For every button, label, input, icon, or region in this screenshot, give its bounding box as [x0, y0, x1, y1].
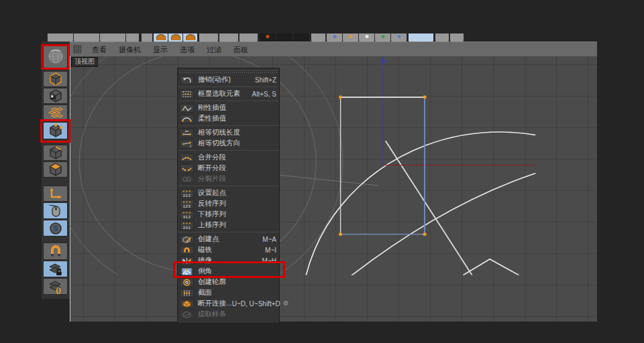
create-outline-icon — [180, 278, 194, 287]
menu-item-label: 柔性插值 — [198, 114, 279, 123]
mouse-icon — [47, 204, 64, 218]
menu-item-label: 创建轮廓 — [198, 277, 279, 287]
menubar-item-display[interactable]: 显示 — [147, 42, 174, 57]
tweak-mode-tool[interactable] — [43, 202, 68, 219]
toolbar-button-cropped[interactable] — [449, 33, 464, 42]
menu-item-shortcut: M~I — [265, 247, 276, 254]
toolbar-button-cropped[interactable] — [99, 33, 126, 42]
menu-item-equal-tangent-dir[interactable]: 1相等切线方向 — [178, 138, 279, 149]
menubar-item-cameras[interactable]: 摄像机 — [113, 42, 147, 57]
toolbar-button-cropped[interactable] — [141, 33, 153, 42]
menu-item-disconnect[interactable]: 断开连接...U~D, U~Shift+D⚙ — [178, 298, 279, 309]
menu-item-shortcut: U~D, U~Shift+D — [232, 300, 280, 307]
menu-item-label: 截面 — [198, 288, 279, 297]
lock-workplane-tool[interactable] — [43, 261, 68, 277]
toolbar-button-cropped[interactable] — [259, 33, 276, 42]
toolbar-button-cropped[interactable] — [168, 33, 183, 42]
model-mode-icon — [47, 72, 64, 86]
set-start-icon: 213 — [180, 189, 194, 198]
workplane-icon — [47, 105, 64, 120]
menubar-item-view[interactable]: 查看 — [86, 42, 113, 57]
make-editable-icon — [46, 47, 65, 66]
menu-item-label: 镜像 — [198, 256, 262, 265]
toolbar-button-cropped[interactable] — [47, 33, 74, 42]
polygon-mode-tool[interactable] — [43, 161, 68, 178]
menubar-item-options[interactable]: 选项 — [174, 42, 201, 57]
menu-item-join-segment[interactable]: 合并分段 — [178, 152, 279, 163]
menu-item-move-down-seq[interactable]: 312下移序列 — [178, 209, 279, 220]
menu-grip-icon[interactable] — [73, 45, 82, 54]
menu-item-equal-tangent-length[interactable]: 相等切线长度 — [178, 127, 279, 138]
menu-item-set-start[interactable]: 213设置起点 — [178, 188, 279, 198]
viewport-menubar: 查看 摄像机 显示 选项 过滤 面板 — [70, 42, 597, 56]
menu-item-cross-section[interactable]: 截面 — [178, 287, 279, 298]
menu-item-mirror[interactable]: 镜像M~H — [178, 255, 279, 266]
toolbar-button-cropped[interactable] — [182, 33, 198, 42]
viewport-canvas[interactable] — [70, 56, 597, 322]
menu-item-create-outline[interactable]: 创建轮廓 — [178, 277, 279, 287]
menu-item-label: 磁铁 — [198, 245, 265, 255]
points-mode-icon — [47, 123, 64, 138]
points-mode-tool[interactable] — [43, 122, 68, 139]
toolbar-button-cropped[interactable] — [435, 33, 449, 42]
toolbar-button-cropped[interactable] — [292, 33, 310, 42]
menu-item-rigid-interp[interactable]: 刚性插值 — [178, 102, 279, 113]
menu-item-frame-select[interactable]: 框显选取元素Alt+S, S — [178, 88, 279, 99]
menu-item-create-point[interactable]: 创建点M~A — [178, 234, 279, 245]
toolbar-button-cropped[interactable] — [326, 33, 343, 42]
gear-icon[interactable]: ⚙ — [283, 300, 289, 307]
make-editable-tool[interactable] — [43, 44, 68, 68]
toolbar-button-cropped[interactable] — [153, 33, 168, 42]
toolbar-button-cropped[interactable] — [374, 33, 391, 42]
menu-item-undo[interactable]: 撤销(动作)Shift+Z — [178, 74, 279, 85]
menu-item-label: 提取样条 — [198, 310, 279, 319]
context-menu: 撤销(动作)Shift+Z框显选取元素Alt+S, S刚性插值柔性插值相等切线长… — [177, 68, 280, 324]
menu-item-move-up-seq[interactable]: 231上移序列 — [178, 220, 279, 230]
axis-icon — [47, 186, 64, 201]
toolbar-button-cropped[interactable] — [73, 33, 100, 42]
workplane-paren-icon: () — [47, 279, 64, 294]
menu-item-label: 断开分段 — [198, 163, 279, 173]
frame-select-icon — [180, 90, 194, 98]
magnet-icon — [47, 244, 64, 259]
equal-tangent-dir-icon: 1 — [180, 139, 194, 148]
menu-item-reverse-seq[interactable]: 123反转序列 — [178, 198, 279, 209]
workplane-tool[interactable] — [43, 105, 68, 121]
menu-item-label: 断开连接... — [198, 299, 232, 308]
menu-item-label: 下移序列 — [198, 210, 279, 219]
split-fragment-icon — [180, 175, 194, 184]
toolbar-button-cropped[interactable] — [408, 33, 434, 42]
menu-item-magnet[interactable]: 磁铁M~I — [178, 245, 279, 255]
toolbar-button-cropped[interactable] — [358, 33, 375, 42]
menu-item-shortcut: Alt+S, S — [252, 90, 276, 98]
snap-tool[interactable]: S — [43, 220, 68, 236]
menu-item-label: 设置起点 — [198, 188, 279, 198]
menu-item-break-segment[interactable]: 断开分段 — [178, 163, 279, 174]
menu-item-shortcut: M~A — [262, 236, 276, 243]
edge-mode-tool[interactable] — [43, 145, 68, 161]
menu-item-label: 倒角 — [198, 267, 279, 276]
texture-mode-tool[interactable] — [43, 88, 68, 104]
menu-item-bevel[interactable]: 倒角 — [178, 266, 279, 277]
toolbar-button-cropped[interactable] — [125, 33, 140, 42]
toolbar-button-cropped[interactable] — [199, 33, 219, 42]
menu-item-label: 相等切线方向 — [198, 139, 279, 148]
toolbar-button-cropped[interactable] — [276, 33, 293, 42]
menu-item-extract-spline: 提取样条 — [178, 309, 279, 320]
toolbar-button-cropped[interactable] — [219, 33, 239, 42]
enable-axis-tool[interactable] — [43, 186, 68, 202]
menubar-item-filter[interactable]: 过滤 — [201, 42, 227, 57]
menu-drag-handle[interactable] — [179, 69, 278, 74]
menu-separator — [178, 232, 279, 232]
menu-item-soft-interp[interactable]: 柔性插值 — [178, 113, 279, 124]
toolbar-button-cropped[interactable] — [239, 33, 258, 42]
bevel-icon — [180, 267, 194, 276]
magnet-tool[interactable] — [43, 243, 68, 260]
model-mode-tool[interactable] — [43, 71, 68, 87]
menubar-item-panel[interactable]: 面板 — [227, 42, 254, 57]
toolbar-button-cropped[interactable] — [342, 33, 359, 42]
toolbar-button-cropped[interactable] — [311, 33, 326, 42]
toolbar-button-cropped[interactable] — [390, 33, 407, 42]
workplane-mode-tool[interactable]: () — [43, 278, 68, 295]
menu-item-label: 反转序列 — [198, 199, 279, 208]
